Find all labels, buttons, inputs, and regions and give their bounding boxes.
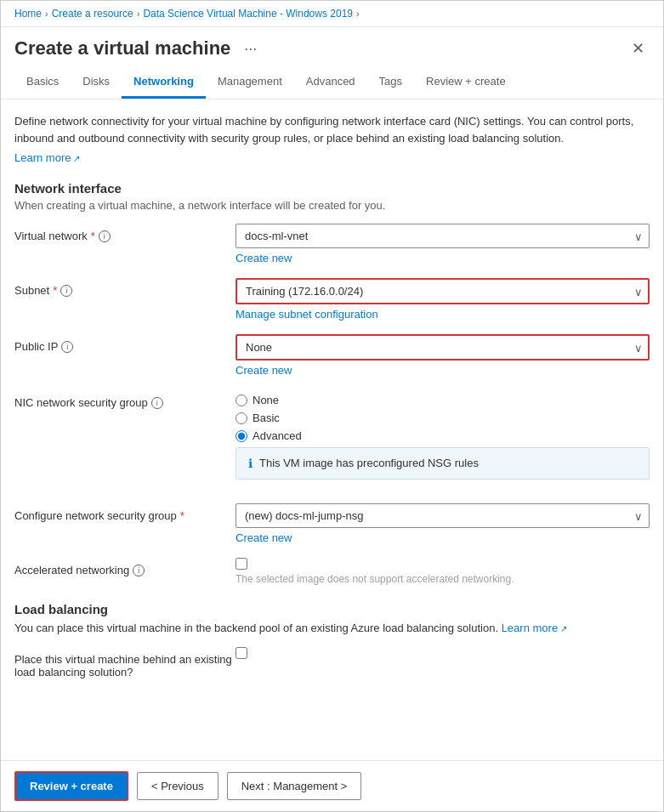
tab-review-create[interactable]: Review + create [414,66,518,99]
breadcrumb-vm-name[interactable]: Data Science Virtual Machine - Windows 2… [143,8,353,20]
accelerated-networking-control: The selected image does not support acce… [236,558,650,585]
subnet-row: Subnet * i Training (172.16.0.0/24) ∨ Ma… [14,278,650,321]
configure-nsg-create-new[interactable]: Create new [236,531,650,544]
public-ip-control: None ∨ Create new [236,334,650,377]
configure-nsg-row: Configure network security group * (new)… [14,503,650,544]
public-ip-label: Public IP i [14,334,236,353]
load-balancing-learn-more[interactable]: Learn more [502,622,567,634]
networking-description: Define network connectivity for your vir… [14,113,650,146]
accelerated-networking-label: Accelerated networking i [14,558,236,576]
subnet-manage-link[interactable]: Manage subnet configuration [236,308,650,321]
breadcrumb-create-resource[interactable]: Create a resource [52,8,133,20]
virtual-network-info-icon[interactable]: i [99,230,111,242]
accelerated-networking-checkbox-row [236,558,650,570]
accelerated-networking-row: Accelerated networking i The selected im… [14,558,650,585]
tab-tags[interactable]: Tags [367,66,414,99]
nic-nsg-info-icon[interactable]: i [151,397,163,409]
public-ip-select[interactable]: None [236,334,650,361]
load-balancer-control [236,647,650,659]
accelerated-networking-checkbox[interactable] [236,558,247,570]
tabs-nav: Basics Disks Networking Management Advan… [1,66,663,99]
main-content: Define network connectivity for your vir… [1,99,663,760]
nic-nsg-row: NIC network security group i None Basic [14,390,650,490]
subnet-select[interactable]: Training (172.16.0.0/24) [236,278,650,304]
close-button[interactable]: ✕ [627,37,650,60]
public-ip-create-new[interactable]: Create new [236,364,650,377]
subnet-required: * [53,284,57,297]
nic-nsg-none-radio[interactable] [236,395,247,406]
tab-networking[interactable]: Networking [122,66,206,99]
virtual-network-row: Virtual network * i docs-ml-vnet ∨ Creat… [14,224,650,264]
subnet-label: Subnet * i [14,278,236,297]
nic-nsg-control: None Basic Advanced ℹ This VM image has [236,390,650,490]
nsg-info-box: ℹ This VM image has preconfigured NSG ru… [236,447,650,480]
nic-nsg-basic-radio[interactable] [236,412,247,424]
network-interface-subtitle: When creating a virtual machine, a netwo… [14,199,650,212]
virtual-network-select[interactable]: docs-ml-vnet [236,224,650,248]
breadcrumb-sep2: › [137,9,140,19]
configure-nsg-select[interactable]: (new) docs-ml-jump-nsg [236,503,650,528]
load-balancer-label: Place this virtual machine behind an exi… [14,647,236,679]
nic-nsg-advanced-radio[interactable] [236,430,247,442]
nic-nsg-basic-label: Basic [253,412,280,424]
virtual-network-required: * [91,230,95,242]
page-header: Create a virtual machine ··· ✕ [1,27,663,66]
tab-advanced[interactable]: Advanced [294,66,367,99]
review-create-button[interactable]: Review + create [14,771,128,801]
nic-nsg-advanced[interactable]: Advanced [236,429,650,442]
nic-nsg-none[interactable]: None [236,394,650,406]
load-balancer-checkbox[interactable] [236,647,247,659]
previous-button[interactable]: < Previous [137,772,218,800]
configure-nsg-control: (new) docs-ml-jump-nsg ∨ Create new [236,503,650,544]
nic-nsg-label: NIC network security group i [14,390,236,409]
configure-nsg-label: Configure network security group * [14,503,236,522]
accelerated-networking-note: The selected image does not support acce… [236,570,650,585]
tab-basics[interactable]: Basics [14,66,71,99]
window: Home › Create a resource › Data Science … [0,0,664,812]
nic-nsg-none-label: None [253,394,279,406]
tab-disks[interactable]: Disks [71,66,122,99]
breadcrumb: Home › Create a resource › Data Science … [1,1,663,27]
public-ip-info-icon[interactable]: i [61,341,73,353]
network-interface-title: Network interface [14,181,650,196]
load-balancer-checkbox-row [236,647,650,659]
learn-more-link[interactable]: Learn more [14,151,80,164]
load-balancing-title: Load balancing [14,602,650,616]
public-ip-select-wrapper: None ∨ [236,334,650,361]
virtual-network-control: docs-ml-vnet ∨ Create new [236,224,650,264]
nsg-info-text: This VM image has preconfigured NSG rule… [259,457,479,469]
nic-nsg-basic[interactable]: Basic [236,412,650,424]
nsg-info-icon: ℹ [248,457,253,470]
tab-management[interactable]: Management [206,66,294,99]
accelerated-networking-info-icon[interactable]: i [133,565,145,576]
subnet-select-wrapper: Training (172.16.0.0/24) ∨ [236,278,650,304]
configure-nsg-required: * [180,509,184,522]
next-button[interactable]: Next : Management > [227,772,362,800]
page-title: Create a virtual machine [14,37,230,60]
breadcrumb-home[interactable]: Home [14,8,42,20]
ellipsis-button[interactable]: ··· [239,38,262,60]
load-balancing-description: You can place this virtual machine in th… [14,620,650,637]
virtual-network-create-new[interactable]: Create new [236,252,650,264]
nic-nsg-radio-group: None Basic Advanced [236,390,650,442]
subnet-control: Training (172.16.0.0/24) ∨ Manage subnet… [236,278,650,321]
virtual-network-label: Virtual network * i [14,224,236,242]
virtual-network-select-wrapper: docs-ml-vnet ∨ [236,224,650,248]
subnet-info-icon[interactable]: i [60,285,72,297]
footer: Review + create < Previous Next : Manage… [1,760,663,811]
nic-nsg-advanced-label: Advanced [253,429,302,442]
breadcrumb-sep3: › [356,9,360,19]
public-ip-row: Public IP i None ∨ Create new [14,334,650,377]
configure-nsg-select-wrapper: (new) docs-ml-jump-nsg ∨ [236,503,650,528]
breadcrumb-sep1: › [45,9,48,19]
load-balancer-row: Place this virtual machine behind an exi… [14,647,650,679]
